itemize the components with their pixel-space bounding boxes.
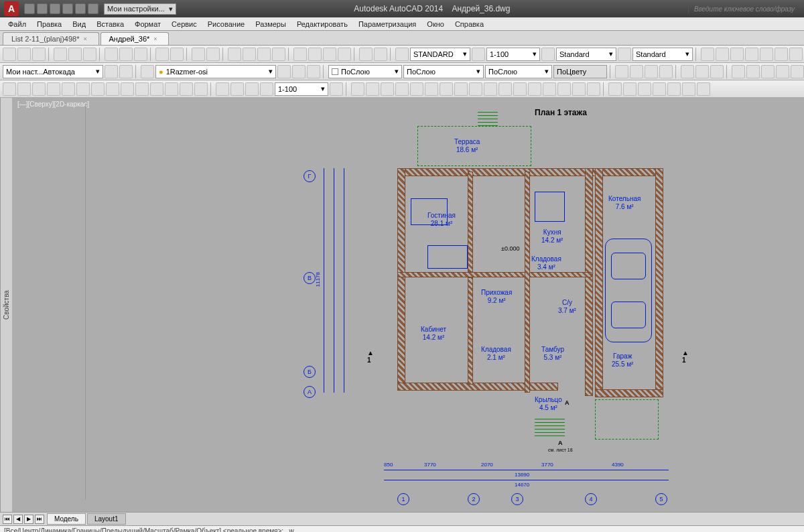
circle-icon[interactable] <box>32 82 46 96</box>
m8-icon[interactable] <box>732 65 745 78</box>
open-icon[interactable] <box>17 48 31 61</box>
t7-icon[interactable] <box>789 48 803 61</box>
e3-icon[interactable] <box>638 82 651 96</box>
tab-prev-icon[interactable]: ◀ <box>13 515 23 524</box>
textstyle-dropdown[interactable]: STANDARD▾ <box>410 48 470 61</box>
block-icon[interactable] <box>170 48 184 61</box>
array-icon[interactable] <box>498 82 512 96</box>
new-icon[interactable] <box>3 48 16 61</box>
props-icon[interactable] <box>293 48 307 61</box>
mlstyle-dropdown[interactable]: Standard▾ <box>556 48 616 61</box>
model-tab[interactable]: Модель <box>47 513 86 525</box>
workspace-selector[interactable]: Мои настройки... ▾ <box>104 3 176 15</box>
m12-icon[interactable] <box>791 65 804 78</box>
join-icon[interactable] <box>557 82 571 96</box>
table-icon[interactable] <box>165 82 178 96</box>
trim-icon[interactable] <box>454 82 468 96</box>
dimang-icon[interactable] <box>245 82 259 96</box>
explode-icon[interactable] <box>572 82 586 96</box>
preview-icon[interactable] <box>68 48 82 61</box>
qat-undo-icon[interactable] <box>62 3 73 14</box>
layer-dropdown[interactable]: ● 1Razmer-osi▾ <box>155 65 276 78</box>
gear-icon[interactable] <box>105 65 118 78</box>
publish-icon[interactable] <box>83 48 96 61</box>
m7-icon[interactable] <box>710 65 724 78</box>
break-icon[interactable] <box>543 82 556 96</box>
dimscale-dropdown[interactable]: 1-100▾ <box>486 48 540 61</box>
rotate-icon[interactable] <box>395 82 409 96</box>
ellipse-icon[interactable] <box>76 82 90 96</box>
zoom-icon[interactable] <box>243 48 256 61</box>
menu-help[interactable]: Справка <box>450 19 489 29</box>
t5-icon[interactable] <box>760 48 773 61</box>
drawing-canvas[interactable]: [—][Сверху][2D-каркас] План 1 этажа Терр… <box>12 98 804 512</box>
qat-new-icon[interactable] <box>24 3 35 14</box>
layer-match-icon[interactable] <box>292 65 306 78</box>
layer-cur-icon[interactable] <box>307 65 320 78</box>
m1-icon[interactable] <box>615 65 628 78</box>
paste-icon[interactable] <box>134 48 147 61</box>
text-icon[interactable] <box>180 82 193 96</box>
menu-file[interactable]: Файл <box>3 19 31 29</box>
fillet-icon[interactable] <box>513 82 527 96</box>
hatch-icon[interactable] <box>106 82 119 96</box>
dc-icon[interactable] <box>308 48 322 61</box>
redo-icon[interactable] <box>206 48 220 61</box>
m3-icon[interactable] <box>645 65 658 78</box>
poly-icon[interactable] <box>135 82 149 96</box>
save-icon[interactable] <box>32 48 46 61</box>
stretch-icon[interactable] <box>440 82 453 96</box>
textstyle-icon[interactable] <box>395 48 409 61</box>
e2-icon[interactable] <box>623 82 636 96</box>
tblstyle-icon[interactable] <box>618 48 631 61</box>
copy-icon[interactable] <box>119 48 133 61</box>
t6-icon[interactable] <box>775 48 788 61</box>
help-search-input[interactable]: Введите ключевое слово/фразу <box>688 5 795 13</box>
app-logo[interactable]: A <box>4 1 19 16</box>
t4-icon[interactable] <box>745 48 758 61</box>
offset-icon[interactable] <box>484 82 497 96</box>
tab-next-icon[interactable]: ▶ <box>24 515 34 524</box>
arc-icon[interactable] <box>47 82 60 96</box>
region-icon[interactable] <box>150 82 163 96</box>
menu-dim[interactable]: Размеры <box>250 19 291 29</box>
dimstyle-icon[interactable] <box>472 48 485 61</box>
menu-insert[interactable]: Вставка <box>91 19 129 29</box>
rect-icon[interactable] <box>62 82 75 96</box>
menu-draw[interactable]: Рисование <box>202 19 250 29</box>
pan-icon[interactable] <box>228 48 241 61</box>
tab-list211[interactable]: List 2-11_(planj)498* × <box>3 32 99 45</box>
annoscale-dropdown[interactable]: 1-100▾ <box>275 82 328 96</box>
mirror-icon[interactable] <box>410 82 423 96</box>
properties-panel-tab[interactable]: Свойства <box>0 98 12 512</box>
dimlin-icon[interactable] <box>216 82 229 96</box>
e5-icon[interactable] <box>667 82 681 96</box>
tblstyle-dropdown[interactable]: Standard▾ <box>632 48 693 61</box>
dimrad-icon[interactable] <box>260 82 273 96</box>
layout1-tab[interactable]: Layout1 <box>87 513 126 525</box>
m9-icon[interactable] <box>746 65 760 78</box>
menu-format[interactable]: Формат <box>129 19 166 29</box>
close-icon[interactable]: × <box>84 36 90 42</box>
menu-view[interactable]: Вид <box>67 19 91 29</box>
line-icon[interactable] <box>3 82 16 96</box>
linetype-dropdown[interactable]: ПоСлою▾ <box>403 65 484 78</box>
zoom-prev-icon[interactable] <box>272 48 285 61</box>
extend-icon[interactable] <box>469 82 482 96</box>
print-icon[interactable] <box>54 48 67 61</box>
plotstyle-dropdown[interactable]: ПоЦвету <box>553 65 607 78</box>
m4-icon[interactable] <box>659 65 673 78</box>
chamfer-icon[interactable] <box>528 82 541 96</box>
t2-icon[interactable] <box>716 48 729 61</box>
tab-last-icon[interactable]: ⏭ <box>35 515 44 524</box>
d1-icon[interactable] <box>351 82 364 96</box>
e1-icon[interactable] <box>608 82 622 96</box>
menu-edit[interactable]: Правка <box>31 19 67 29</box>
layer-iso-icon[interactable] <box>119 65 133 78</box>
cut-icon[interactable] <box>105 48 118 61</box>
m5-icon[interactable] <box>681 65 694 78</box>
lineweight-dropdown[interactable]: ПоСлою▾ <box>485 65 552 78</box>
m11-icon[interactable] <box>776 65 789 78</box>
move-icon[interactable] <box>366 82 379 96</box>
layerstate-dropdown[interactable]: Мои наст...Автокада▾ <box>3 65 103 78</box>
